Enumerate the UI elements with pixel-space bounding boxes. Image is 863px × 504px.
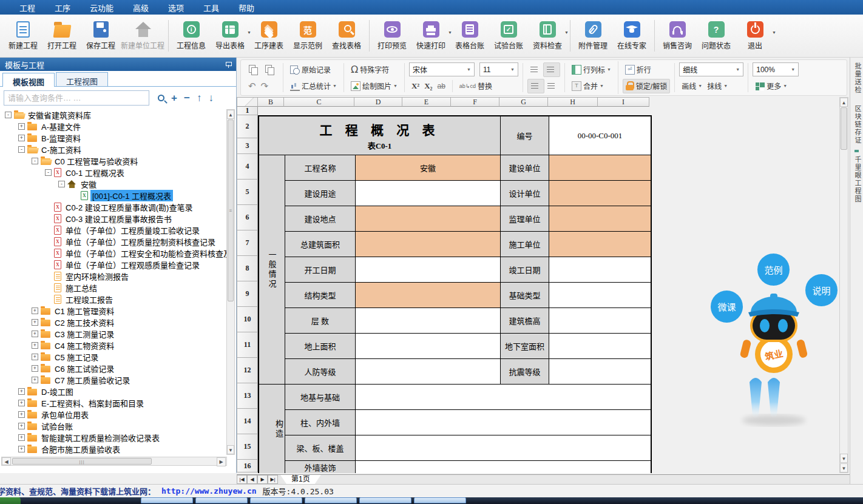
value-cell[interactable]	[549, 206, 651, 232]
tree-item[interactable]: +C4 施工物资资料	[1, 340, 227, 351]
tree-item-label[interactable]: E-工程资料、档案封面和目录	[39, 397, 146, 409]
label-cell[interactable]: 人防等级	[285, 359, 356, 385]
tree-item-label[interactable]: 试验台账	[39, 420, 75, 432]
taskbar-window-button[interactable]	[305, 497, 357, 503]
expand-icon[interactable]: +	[32, 365, 38, 372]
tree-item[interactable]: +C2 施工技术资料	[1, 317, 227, 328]
pin-icon[interactable]	[225, 61, 231, 68]
tree-item-label[interactable]: C4 施工物资资料	[53, 340, 116, 351]
menu-item-2[interactable]: 工序	[45, 1, 80, 15]
label-cell[interactable]: 层 数	[285, 308, 356, 334]
superscript-button[interactable]: X²	[409, 79, 422, 93]
select-all-corner[interactable]	[237, 97, 258, 107]
prev-icon[interactable]: ↑	[197, 93, 202, 103]
label-cell[interactable]: 建筑檐高	[501, 308, 549, 334]
tree-item[interactable]: +承包单位用表	[1, 409, 227, 420]
tree-item[interactable]: +C3 施工测量记录	[1, 328, 227, 340]
row-col-mark-button[interactable]: 行列标▼	[569, 62, 614, 77]
quick-print-button[interactable]: 快速打印▼	[412, 17, 450, 55]
show-example-button[interactable]: 范显示范例	[289, 17, 327, 55]
draw-line-button[interactable]: 画线▼	[679, 79, 705, 93]
strikethrough-button[interactable]: ab	[435, 79, 448, 93]
value-cell[interactable]	[549, 308, 651, 334]
dropdown-caret-icon[interactable]: ▼	[564, 30, 569, 35]
scroll-up-icon[interactable]: ▲	[227, 110, 234, 119]
expand-icon[interactable]: +	[18, 400, 25, 406]
tree-vertical-scrollbar[interactable]: ▲ ≡ ▼	[226, 109, 235, 455]
taskbar-window-button[interactable]	[414, 497, 466, 503]
column-header-D[interactable]: D	[354, 97, 402, 107]
copy-button[interactable]	[246, 62, 262, 77]
tree-item-label[interactable]: 单位（子单位）工程质量竣工验收记录	[64, 224, 201, 236]
scroll-up-icon[interactable]: ▲	[840, 98, 848, 107]
label-cell[interactable]: 地基与基础	[285, 385, 356, 410]
label-cell[interactable]: 监理单位	[501, 206, 549, 232]
tree-item-label[interactable]: 承包单位用表	[39, 409, 90, 420]
tree-item-label[interactable]: 施工总结	[64, 282, 99, 294]
sheet-tab[interactable]: 第1页	[280, 475, 321, 484]
column-header-F[interactable]: F	[451, 97, 499, 107]
search-icon[interactable]	[158, 95, 164, 101]
value-cell[interactable]	[549, 257, 651, 283]
scroll-right-icon[interactable]: ▶	[217, 457, 226, 466]
tree-item[interactable]: X[001]-C0-1 工程概况表	[1, 190, 227, 201]
tree-item-label[interactable]: C1 施工管理资料	[53, 305, 116, 317]
tree-item-label[interactable]: C0 工程管理与验收资料	[53, 155, 140, 167]
row-header-14[interactable]: 14	[237, 409, 258, 434]
scroll-left-icon[interactable]: ◀	[2, 457, 11, 465]
tree-item-label[interactable]: 工程竣工报告	[64, 294, 115, 305]
label-cell[interactable]: 总建筑面积	[285, 232, 356, 257]
align-left-button[interactable]	[527, 79, 544, 93]
tree-item[interactable]: XC0-2 建设工程质量事故调(勘)查笔录	[1, 201, 227, 213]
tree-item[interactable]: X单位（子单位）工程安全和功能检查资料核查及主	[1, 247, 227, 259]
column-headers[interactable]: BCDEFGHI	[237, 97, 649, 107]
wrap-line-button[interactable]: ⏎折行	[623, 62, 654, 77]
tree-item-label[interactable]: [001]-C0-1 工程概况表	[90, 190, 173, 201]
label-cell[interactable]: 结构类型	[285, 283, 356, 308]
expand-icon[interactable]: +	[18, 123, 25, 130]
tree-item[interactable]: -安徽	[1, 178, 227, 190]
label-cell[interactable]: 基础类型	[501, 283, 549, 308]
erase-line-button[interactable]: 抹线▼	[705, 79, 730, 93]
tree-item-label[interactable]: 室内环境检测报告	[64, 270, 130, 282]
value-cell[interactable]	[356, 257, 501, 283]
tab-template-view[interactable]: 模板视图	[2, 73, 55, 87]
zoom-select[interactable]: 100%▼	[753, 62, 799, 76]
collapse-icon[interactable]: -	[5, 112, 12, 118]
summary-stats-button[interactable]: 汇总统计▼	[288, 79, 339, 93]
paste-button[interactable]	[262, 62, 279, 77]
value-cell-wide[interactable]	[356, 410, 651, 435]
export-table-button[interactable]: 导出表格▼	[211, 17, 249, 55]
exit-button[interactable]: 退出▼	[736, 17, 774, 55]
row-header-11[interactable]: 11	[237, 332, 258, 358]
scroll-thumb[interactable]	[841, 107, 847, 150]
collapse-icon[interactable]: -	[18, 146, 25, 153]
label-cell[interactable]: 梁、板、楼盖	[285, 435, 356, 461]
line-style-select[interactable]: 细线▼	[679, 62, 743, 76]
label-cell[interactable]: 建设用途	[285, 181, 356, 206]
lock-unlock-button[interactable]: 锁定/解锁	[623, 79, 670, 93]
next-sheet-icon[interactable]: ▶	[257, 475, 268, 484]
expand-icon[interactable]: +	[32, 331, 38, 337]
tree-item[interactable]: +A-基建文件	[1, 121, 227, 132]
project-info-button[interactable]: i工程信息	[172, 17, 210, 55]
vertical-tab-1[interactable]: 批量送检	[853, 62, 862, 94]
value-cell[interactable]	[549, 359, 651, 385]
vertical-tab-2[interactable]: 区块链存证	[853, 105, 862, 144]
font-select[interactable]: 宋体▼	[409, 62, 475, 76]
tree-item-label[interactable]: A-基建文件	[39, 121, 83, 132]
column-header-B[interactable]: B	[258, 97, 284, 107]
scroll-down-icon[interactable]: ▼	[840, 454, 848, 463]
label-cell[interactable]: 柱、内外墙	[285, 410, 356, 435]
code-label-cell[interactable]: 编号	[501, 116, 549, 155]
row-header-16[interactable]: 16	[237, 460, 258, 472]
open-project-button[interactable]: 打开工程	[43, 17, 81, 55]
merge-button[interactable]: T合并▼	[569, 79, 606, 93]
value-cell[interactable]	[356, 308, 501, 334]
tree-item[interactable]: +C6 施工试验记录	[1, 363, 227, 374]
tree-horizontal-scrollbar[interactable]: ◀ ||| ▶	[1, 457, 227, 466]
label-cell[interactable]: 工程名称	[285, 155, 356, 181]
label-cell[interactable]: 地上面积	[285, 334, 356, 359]
column-header-H[interactable]: H	[548, 97, 598, 107]
tree-item-label[interactable]: 安徽	[79, 178, 98, 190]
